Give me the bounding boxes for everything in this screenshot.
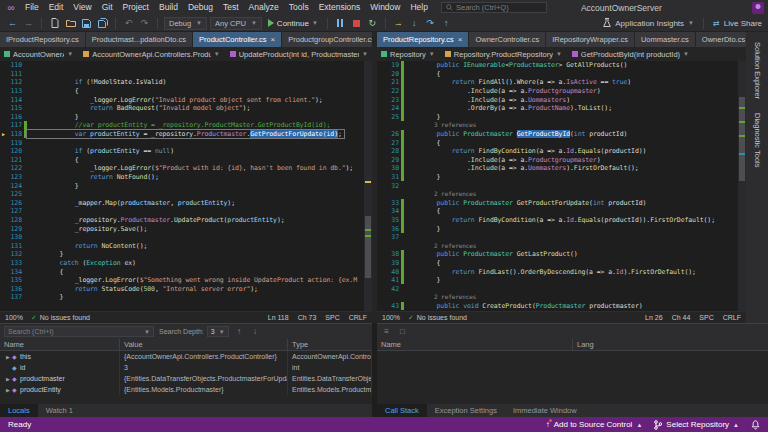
menu-edit[interactable]: Edit: [44, 0, 69, 15]
step-into-icon[interactable]: ↓: [408, 17, 421, 30]
code-line[interactable]: 112 if (!ModelState.IsValid): [0, 78, 364, 87]
tab-ProductgroupController.cs[interactable]: ProductgroupController.cs: [282, 32, 372, 47]
tab-OwnerDto.cs[interactable]: OwnerDto.cs: [696, 32, 746, 47]
code-line[interactable]: 116 }: [0, 113, 364, 122]
line-indicator[interactable]: Ln 26: [645, 314, 663, 321]
code-line[interactable]: 21 return FindAll().Where(a => a.IsActiv…: [377, 78, 738, 87]
breadcrumb-method[interactable]: UpdateProduct(int id, ProductmasterForU▼: [230, 50, 368, 59]
tab-IRepositoryWrapper.cs[interactable]: IRepositoryWrapper.cs: [546, 32, 634, 47]
step-out-icon[interactable]: ↑: [440, 17, 453, 30]
menu-debug[interactable]: Debug: [183, 0, 218, 15]
navigate-back-icon[interactable]: ←: [6, 17, 19, 30]
code-line[interactable]: 114 _logger.LogError("Invalid product ob…: [0, 95, 364, 104]
code-line[interactable]: 113 {: [0, 87, 364, 96]
code-line[interactable]: 24 .OrderBy(a => a.ProductName).ToList()…: [377, 104, 738, 113]
new-file-icon[interactable]: [48, 17, 61, 30]
column-indicator[interactable]: Ch 73: [298, 314, 317, 321]
panel-tab-exception-settings[interactable]: Exception Settings: [427, 404, 505, 417]
code-line[interactable]: 35 return FindByCondition(a => a.Id.Equa…: [377, 216, 738, 225]
code-line[interactable]: 32: [377, 181, 738, 190]
tab-IProductRepository.cs[interactable]: IProductRepository.cs: [0, 32, 85, 47]
quick-search-input[interactable]: Search (Ctrl+Q): [441, 2, 547, 13]
code-line[interactable]: 122 _logger.LogError($"Product with id: …: [0, 164, 364, 173]
menu-git[interactable]: Git: [97, 0, 118, 15]
menu-window[interactable]: Window: [365, 0, 405, 15]
code-line[interactable]: 120 if (productEntity == null): [0, 147, 364, 156]
save-icon[interactable]: [80, 17, 93, 30]
code-line[interactable]: 36 }: [377, 224, 738, 233]
save-all-icon[interactable]: [96, 17, 109, 30]
code-line[interactable]: 33 public Productmaster GetProductForUpd…: [377, 199, 738, 208]
code-line[interactable]: 115 return BadRequest("Invalid model obj…: [0, 104, 364, 113]
expander-icon[interactable]: ▶: [4, 354, 12, 360]
document-health[interactable]: ✓ No issues found: [31, 314, 90, 322]
code-line[interactable]: 42: [377, 284, 738, 293]
call-stack-body[interactable]: [377, 351, 768, 404]
application-insights-button[interactable]: Application Insights ▼: [603, 18, 694, 28]
code-line[interactable]: 2 references: [377, 190, 738, 199]
code-line[interactable]: 125: [0, 190, 364, 199]
menu-project[interactable]: Project: [118, 0, 154, 15]
code-line[interactable]: ▶118 var productEntity = _repository.Pro…: [0, 130, 364, 139]
code-line[interactable]: 133 catch (Exception ex): [0, 259, 364, 268]
eol-indicator[interactable]: CRLF: [349, 314, 367, 321]
code-editor-right[interactable]: 19 public IEnumerable<Productmaster> Get…: [377, 61, 746, 311]
add-to-source-control-button[interactable]: ↑ Add to Source Control ▲: [546, 420, 643, 429]
notifications-bell-icon[interactable]: [751, 420, 760, 430]
code-editor-left[interactable]: 110111112 if (!ModelState.IsValid)113 {1…: [0, 61, 372, 311]
code-line[interactable]: 119: [0, 138, 364, 147]
expander-icon[interactable]: ▶: [4, 387, 12, 393]
variable-row[interactable]: ▶◆this{AccountOwnerApi.Controllers.Produ…: [0, 351, 372, 362]
current-statement-icon[interactable]: ▶: [0, 131, 7, 137]
panel-tab-call-stack[interactable]: Call Stack: [377, 404, 427, 417]
editor-scrollbar-left[interactable]: [364, 61, 372, 311]
menu-analyze[interactable]: Analyze: [244, 0, 284, 15]
tab-ProductController.cs[interactable]: ProductController.cs×: [193, 32, 281, 47]
code-line[interactable]: 111: [0, 70, 364, 79]
search-depth-select[interactable]: 3 ▼: [207, 326, 229, 337]
code-line[interactable]: 130: [0, 233, 364, 242]
frames-icon[interactable]: □: [397, 327, 408, 336]
open-folder-icon[interactable]: [64, 17, 77, 30]
zoom-level[interactable]: 100%: [382, 314, 400, 321]
code-line[interactable]: 43 public void CreateProduct(Productmast…: [377, 302, 738, 311]
breadcrumb-class[interactable]: AccountOwnerApi.Controllers.ProductCo▼: [83, 50, 219, 59]
redo-icon[interactable]: ↷: [138, 17, 151, 30]
code-line[interactable]: 40 return FindLast().OrderByDescending(a…: [377, 267, 738, 276]
code-line[interactable]: 39 {: [377, 259, 738, 268]
prev-result-icon[interactable]: ↑: [234, 327, 245, 336]
space-indicator[interactable]: SPC: [325, 314, 339, 321]
show-next-statement-icon[interactable]: →: [392, 17, 405, 30]
menu-view[interactable]: View: [68, 0, 96, 15]
code-line[interactable]: 23 .Include(a => a.Uommasters): [377, 95, 738, 104]
panel-tab-immediate-window[interactable]: Immediate Window: [505, 404, 585, 417]
code-line[interactable]: 3 references: [377, 121, 738, 130]
tab-Productmast...pdationDto.cs[interactable]: Productmast...pdationDto.cs: [86, 32, 192, 47]
line-indicator[interactable]: Ln 118: [268, 314, 289, 321]
breadcrumb-class[interactable]: Repository.ProductRepository▼: [445, 50, 562, 59]
code-line[interactable]: 129 _repository.Save();: [0, 224, 364, 233]
space-indicator[interactable]: SPC: [699, 314, 713, 321]
code-line[interactable]: 25 }: [377, 113, 738, 122]
dock-tab-diagnostic-tools[interactable]: Diagnostic Tools: [753, 113, 762, 167]
menu-tools[interactable]: Tools: [284, 0, 314, 15]
tab-ProductRepository.cs[interactable]: ProductRepository.cs×: [377, 32, 468, 47]
live-share-button[interactable]: ⇄ Live Share: [713, 19, 762, 28]
code-line[interactable]: 29 .Include(a => a.Productgroupmaster): [377, 156, 738, 165]
panel-tab-watch-1[interactable]: Watch 1: [38, 404, 81, 417]
menu-file[interactable]: File: [20, 0, 44, 15]
menu-help[interactable]: Help: [405, 0, 432, 15]
variable-row[interactable]: ▶◆productmaster{Entities.DataTransferObj…: [0, 373, 372, 384]
menu-test[interactable]: Test: [218, 0, 244, 15]
panel-tab-locals[interactable]: Locals: [0, 404, 38, 417]
code-line[interactable]: 127: [0, 207, 364, 216]
document-health[interactable]: ✓ No issues found: [408, 314, 467, 322]
user-avatar[interactable]: [752, 2, 764, 14]
breadcrumb-project[interactable]: AccountOwnerApi▼: [4, 50, 73, 59]
code-line[interactable]: 134 {: [0, 267, 364, 276]
threads-icon[interactable]: ≡: [381, 327, 392, 336]
step-over-icon[interactable]: ↷: [424, 17, 437, 30]
code-line[interactable]: 137 }: [0, 293, 364, 302]
navigate-forward-icon[interactable]: →: [22, 17, 35, 30]
code-line[interactable]: 34 {: [377, 207, 738, 216]
